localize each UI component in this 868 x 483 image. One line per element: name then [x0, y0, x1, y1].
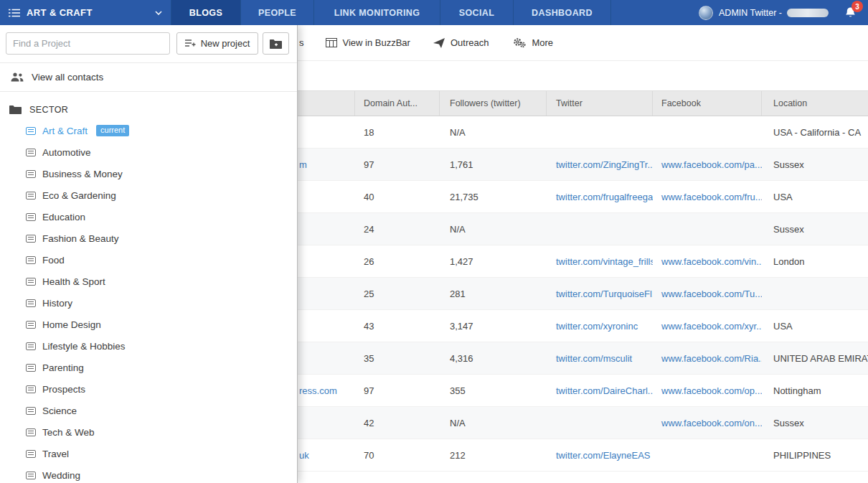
project-icon [26, 235, 36, 243]
tab-dashboard[interactable]: DASHBOARD [513, 0, 611, 25]
sidebar-item-label: Education [42, 212, 85, 222]
notification-badge: 3 [852, 1, 863, 12]
cell-location: USA [762, 321, 868, 332]
cell-twitter-link[interactable]: twitter.com/DaireCharl... [547, 385, 653, 396]
sidebar-item-label: Parenting [42, 362, 84, 373]
outreach-button[interactable]: Outreach [433, 37, 489, 48]
sidebar-item-fashion-beauty[interactable]: Fashion & Beauty [0, 228, 297, 249]
avatar[interactable] [699, 6, 713, 20]
tab-blogs[interactable]: BLOGS [171, 0, 240, 25]
cell-location: PHILIPPINES [762, 450, 868, 461]
more-button[interactable]: More [513, 37, 553, 48]
cell-domain-authority: 42 [355, 418, 440, 428]
col-twitter[interactable]: Twitter [547, 91, 653, 116]
cell-followers: 212 [440, 450, 547, 461]
cell-facebook-link[interactable]: www.facebook.com/op... [653, 385, 762, 396]
new-project-label: New project [201, 38, 250, 49]
cell-facebook-link[interactable]: www.facebook.com/Tu... [653, 289, 762, 299]
sidebar-item-health-sport[interactable]: Health & Sport [0, 271, 297, 292]
cell-location: UNITED ARAB EMIRAT [762, 353, 868, 364]
user-area: ADMIN Twitter - 3 [699, 0, 868, 25]
sidebar-item-lifestyle-hobbies[interactable]: Lifestyle & Hobbies [0, 335, 297, 357]
sidebar-item-history[interactable]: History [0, 292, 297, 314]
cell-location: Sussex [762, 159, 868, 170]
new-project-button[interactable]: New project [176, 32, 258, 55]
cell-twitter-link[interactable]: twitter.com/frugalfreegal [547, 192, 653, 202]
sidebar-item-tech-web[interactable]: Tech & Web [0, 421, 297, 443]
project-icon [26, 299, 36, 307]
cell-twitter-link[interactable]: twitter.com/vintage_frills [547, 256, 653, 267]
sidebar-item-art-craft[interactable]: Art & Craft current [0, 120, 297, 141]
project-icon [26, 192, 36, 200]
add-folder-button[interactable] [263, 32, 289, 55]
project-selector[interactable]: ART & CRAFT [0, 0, 171, 25]
project-icon [26, 472, 36, 479]
folder-sector[interactable]: SECTOR [0, 99, 297, 120]
find-project-input[interactable] [6, 32, 170, 55]
col-followers[interactable]: Followers (twitter) [440, 91, 547, 116]
sidebar-item-label: Travel [42, 449, 69, 459]
top-navigation: ART & CRAFT BLOGS PEOPLE LINK MONITORING… [0, 0, 868, 25]
sidebar-item-business-money[interactable]: Business & Money [0, 163, 297, 184]
project-icon [26, 385, 36, 393]
col-location[interactable]: Location [762, 91, 868, 116]
chevron-down-icon [155, 11, 162, 15]
sidebar-item-education[interactable]: Education [0, 206, 297, 228]
cell-domain-authority: 25 [355, 289, 440, 299]
tab-social[interactable]: SOCIAL [440, 0, 513, 25]
sidebar-item-label: Food [42, 255, 65, 266]
cell-twitter-link[interactable]: twitter.com/msculit [547, 353, 653, 364]
cell-location: USA [762, 192, 868, 202]
cell-twitter-link[interactable]: twitter.com/TurquoiseFl... [547, 289, 653, 299]
sidebar-item-label: Automotive [42, 147, 91, 158]
project-icon [26, 364, 36, 372]
paper-plane-icon [433, 38, 445, 48]
cell-followers: 21,735 [440, 192, 547, 202]
project-icon [26, 278, 36, 286]
cell-facebook-link[interactable]: www.facebook.com/Ria... [653, 353, 762, 364]
user-label: ADMIN Twitter - [719, 8, 782, 18]
sidebar-item-parenting[interactable]: Parenting [0, 357, 297, 378]
cell-twitter-link[interactable]: twitter.com/ElayneEAS [547, 450, 653, 461]
sidebar-item-label: Wedding [42, 470, 80, 481]
folder-icon [9, 105, 22, 114]
cell-followers: 1,427 [440, 256, 547, 267]
sidebar-item-prospects[interactable]: Prospects [0, 378, 297, 400]
outreach-label: Outreach [450, 37, 489, 48]
cell-location: Nottingham [762, 385, 868, 396]
partial-toolbar-label[interactable]: s [299, 37, 304, 48]
cell-followers: 355 [440, 385, 547, 396]
cell-domain-authority: 35 [355, 353, 440, 364]
tab-people[interactable]: PEOPLE [240, 0, 313, 25]
sidebar-item-food[interactable]: Food [0, 249, 297, 271]
col-domain-authority[interactable]: Domain Aut... [355, 91, 440, 116]
cell-twitter-link[interactable]: twitter.com/ZingZingTr... [547, 159, 653, 170]
cell-facebook-link[interactable]: www.facebook.com/fru... [653, 192, 762, 202]
redacted-text [787, 9, 829, 17]
notifications-button[interactable]: 3 [844, 6, 857, 19]
project-icon [26, 170, 36, 178]
tab-link-monitoring[interactable]: LINK MONITORING [313, 0, 440, 25]
people-icon [11, 72, 24, 82]
cell-facebook-link[interactable]: www.facebook.com/on... [653, 418, 762, 428]
project-icon [26, 428, 36, 436]
sidebar-item-wedding[interactable]: Wedding [0, 464, 297, 483]
sidebar-item-eco-gardening[interactable]: Eco & Gardening [0, 184, 297, 206]
sidebar-item-science[interactable]: Science [0, 400, 297, 421]
sidebar-item-home-design[interactable]: Home Design [0, 314, 297, 335]
cell-twitter-link[interactable]: twitter.com/xyroninc [547, 321, 653, 332]
project-icon [26, 342, 36, 350]
col-facebook[interactable]: Facebook [653, 91, 762, 116]
view-in-buzzbar-button[interactable]: View in BuzzBar [326, 37, 410, 48]
cell-facebook-link[interactable]: www.facebook.com/xyr... [653, 321, 762, 332]
cell-facebook-link[interactable]: www.facebook.com/vin... [653, 256, 762, 267]
project-icon [26, 407, 36, 415]
sidebar-item-label: Lifestyle & Hobbies [42, 341, 126, 352]
cell-domain-authority: 97 [355, 159, 440, 170]
sidebar-item-automotive[interactable]: Automotive [0, 141, 297, 163]
view-all-contacts[interactable]: View all contacts [0, 63, 297, 92]
cell-facebook-link[interactable]: www.facebook.com/pa... [653, 159, 762, 170]
cell-domain-authority: 26 [355, 256, 440, 267]
sidebar-item-label: History [42, 298, 72, 309]
sidebar-item-travel[interactable]: Travel [0, 443, 297, 464]
